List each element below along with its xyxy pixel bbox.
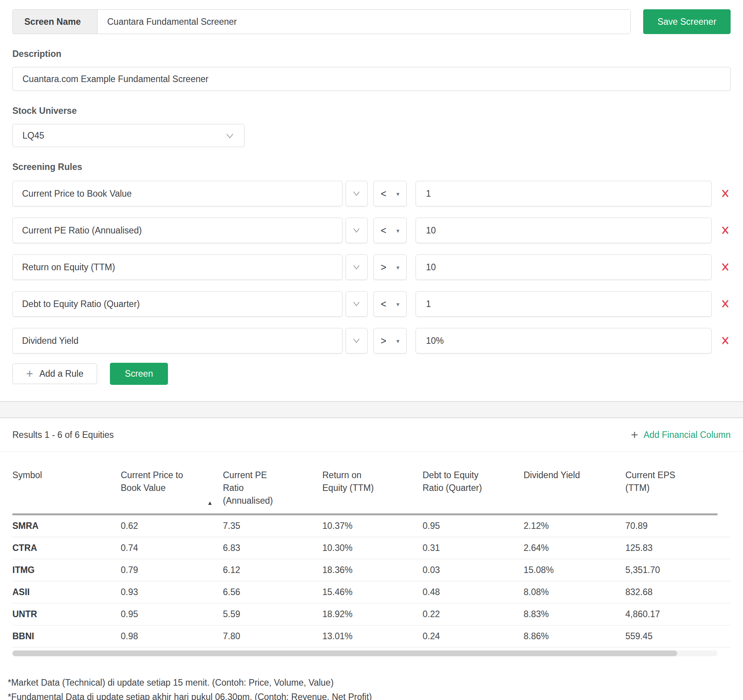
screener-page: Screen Name Save Screener Description St… — [0, 9, 743, 700]
screening-rule-row: Return on Equity (TTM) > ▼ ✕ — [12, 254, 731, 280]
scrollbar-thumb[interactable] — [12, 650, 677, 656]
sort-ascending-icon: ▲ — [207, 500, 213, 506]
rule-operator-select[interactable]: < ▼ — [373, 218, 407, 243]
section-divider — [0, 401, 743, 418]
screening-rule-row: Current Price to Book Value < ▼ ✕ — [12, 181, 731, 206]
add-financial-column-link[interactable]: + Add Financial Column — [631, 429, 731, 441]
cell-value: 0.03 — [423, 565, 524, 575]
cell-value: 8.08% — [524, 587, 625, 597]
rule-value-input[interactable] — [416, 181, 712, 206]
cell-symbol[interactable]: SMRA — [12, 521, 121, 531]
column-header-current-eps[interactable]: Current EPS (TTM) — [625, 469, 731, 494]
chevron-down-icon — [351, 226, 362, 235]
remove-rule-icon[interactable]: ✕ — [721, 334, 729, 347]
column-header-price-to-book[interactable]: Current Price to Book Value — [121, 469, 223, 494]
rule-field-select[interactable]: Current Price to Book Value — [12, 181, 342, 206]
footnote-market-data: *Market Data (Technical) di update setia… — [8, 676, 743, 690]
rule-field-dropdown-button[interactable] — [346, 181, 368, 206]
cell-value: 70.89 — [625, 521, 731, 531]
cell-value: 13.01% — [322, 631, 423, 642]
description-input[interactable] — [12, 67, 731, 91]
save-screener-button[interactable]: Save Screener — [643, 9, 731, 34]
column-header-symbol[interactable]: Symbol — [12, 469, 121, 482]
rule-field-dropdown-button[interactable] — [346, 328, 368, 353]
rule-value-input[interactable] — [416, 328, 712, 353]
stock-universe-value: LQ45 — [22, 130, 44, 141]
screen-name-row: Screen Name Save Screener — [0, 9, 743, 34]
cell-value: 0.31 — [423, 543, 524, 553]
cell-value: 0.74 — [121, 543, 223, 553]
table-row[interactable]: BBNI 0.98 7.80 13.01% 0.24 8.86% 559.45 — [12, 626, 731, 648]
cell-value: 0.48 — [423, 587, 524, 597]
rule-operator-select[interactable]: < ▼ — [373, 291, 407, 317]
cell-value: 10.30% — [322, 543, 423, 553]
screening-rule-row: Current PE Ratio (Annualised) < ▼ ✕ — [12, 218, 731, 243]
chevron-down-icon — [351, 300, 362, 308]
rule-field-value: Debt to Equity Ratio (Quarter) — [22, 299, 140, 309]
screening-rules-label: Screening Rules — [12, 162, 731, 172]
stock-universe-select[interactable]: LQ45 — [12, 124, 245, 147]
rule-value-input[interactable] — [416, 254, 712, 280]
column-header-dividend-yield[interactable]: Dividend Yield — [524, 469, 625, 482]
table-header-row: Symbol Current Price to Book Value Curre… — [12, 452, 731, 507]
cell-symbol[interactable]: ITMG — [12, 565, 121, 575]
remove-rule-icon[interactable]: ✕ — [721, 187, 729, 200]
horizontal-scrollbar[interactable] — [12, 650, 717, 656]
plus-icon: + — [631, 429, 638, 441]
table-row[interactable]: UNTR 0.95 5.59 18.92% 0.22 8.83% 4,860.1… — [12, 604, 731, 626]
rule-operator-value: > — [381, 262, 387, 273]
rule-field-dropdown-button[interactable] — [346, 218, 368, 243]
table-row[interactable]: SMRA 0.62 7.35 10.37% 0.95 2.12% 70.89 — [12, 515, 731, 537]
screening-rule-row: Dividend Yield > ▼ ✕ — [12, 328, 731, 353]
cell-symbol[interactable]: BBNI — [12, 631, 121, 642]
cell-value: 7.35 — [223, 521, 322, 531]
description-label: Description — [12, 49, 731, 59]
remove-rule-icon[interactable]: ✕ — [721, 261, 729, 274]
screen-button[interactable]: Screen — [110, 363, 168, 385]
table-row[interactable]: ASII 0.93 6.56 15.46% 0.48 8.08% 832.68 — [12, 582, 731, 604]
caret-down-icon: ▼ — [395, 302, 401, 307]
rule-field-select[interactable]: Return on Equity (TTM) — [12, 254, 342, 280]
table-row[interactable]: ITMG 0.79 6.12 18.36% 0.03 15.08% 5,351.… — [12, 559, 731, 582]
cell-symbol[interactable]: CTRA — [12, 543, 121, 553]
results-summary: Results 1 - 6 of 6 Equities — [12, 430, 114, 440]
rule-operator-select[interactable]: > ▼ — [373, 328, 407, 353]
rule-value-input[interactable] — [416, 291, 712, 317]
stock-universe-label: Stock Universe — [12, 106, 731, 116]
cell-value: 0.79 — [121, 565, 223, 575]
cell-value: 559.45 — [625, 631, 731, 642]
screening-rule-row: Debt to Equity Ratio (Quarter) < ▼ ✕ — [12, 291, 731, 317]
remove-rule-icon[interactable]: ✕ — [721, 297, 729, 311]
cell-value: 832.68 — [625, 587, 731, 597]
cell-value: 2.64% — [524, 543, 625, 553]
rule-actions-row: + Add a Rule Screen — [12, 363, 731, 385]
cell-value: 7.80 — [223, 631, 322, 642]
rule-field-dropdown-button[interactable] — [346, 291, 368, 317]
caret-down-icon: ▼ — [395, 228, 401, 234]
rule-operator-select[interactable]: > ▼ — [373, 254, 407, 280]
cell-symbol[interactable]: UNTR — [12, 609, 121, 619]
column-header-pe-ratio[interactable]: Current PE Ratio (Annualised) — [223, 469, 322, 507]
column-header-roe[interactable]: Return on Equity (TTM) — [322, 469, 423, 494]
rule-operator-select[interactable]: < ▼ — [373, 181, 407, 206]
rule-field-select[interactable]: Current PE Ratio (Annualised) — [12, 218, 342, 243]
screen-name-label: Screen Name — [13, 10, 98, 34]
screen-name-input[interactable] — [98, 10, 630, 34]
plus-icon: + — [26, 368, 33, 380]
cell-value: 0.22 — [423, 609, 524, 619]
results-bar: Results 1 - 6 of 6 Equities + Add Financ… — [0, 418, 743, 452]
remove-rule-icon[interactable]: ✕ — [721, 224, 729, 237]
rule-field-value: Current PE Ratio (Annualised) — [22, 225, 142, 236]
rule-field-dropdown-button[interactable] — [346, 254, 368, 280]
rule-value-input[interactable] — [416, 218, 712, 243]
cell-symbol[interactable]: ASII — [12, 587, 121, 597]
column-header-debt-to-equity[interactable]: Debt to Equity Ratio (Quarter) — [423, 469, 524, 494]
rule-field-select[interactable]: Dividend Yield — [12, 328, 342, 353]
table-row[interactable]: CTRA 0.74 6.83 10.30% 0.31 2.64% 125.83 — [12, 537, 731, 559]
cell-value: 0.98 — [121, 631, 223, 642]
cell-value: 18.92% — [322, 609, 423, 619]
rule-field-select[interactable]: Debt to Equity Ratio (Quarter) — [12, 291, 342, 317]
cell-value: 0.95 — [121, 609, 223, 619]
rule-field-value: Return on Equity (TTM) — [22, 262, 115, 273]
add-rule-button[interactable]: + Add a Rule — [12, 364, 97, 384]
